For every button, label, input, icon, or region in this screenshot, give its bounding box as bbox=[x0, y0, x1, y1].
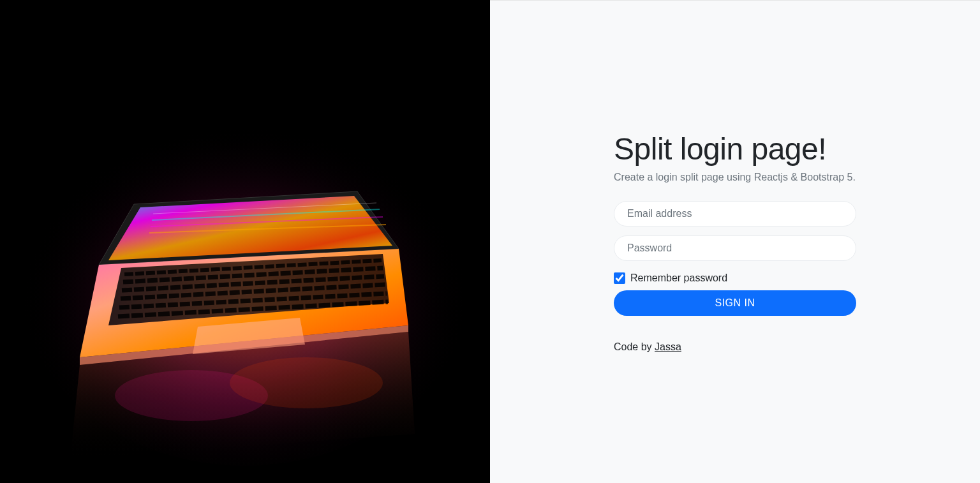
credit-text: Code by Jassa bbox=[614, 341, 856, 353]
remember-row: Remember password bbox=[614, 272, 856, 284]
laptop-image bbox=[0, 0, 490, 483]
credit-prefix: Code by bbox=[614, 341, 655, 352]
remember-label[interactable]: Remember password bbox=[630, 272, 727, 284]
hero-image-panel bbox=[0, 0, 490, 483]
login-panel: Split login page! Create a login split p… bbox=[490, 0, 980, 483]
login-form-container: Split login page! Create a login split p… bbox=[607, 131, 863, 353]
signin-button[interactable]: Sign in bbox=[614, 290, 856, 316]
email-input[interactable] bbox=[614, 201, 856, 227]
remember-checkbox[interactable] bbox=[614, 272, 625, 284]
password-input[interactable] bbox=[614, 235, 856, 261]
login-subtitle: Create a login split page using Reactjs … bbox=[614, 172, 856, 183]
svg-point-20 bbox=[230, 357, 383, 408]
login-title: Split login page! bbox=[614, 131, 856, 167]
credit-author-link[interactable]: Jassa bbox=[655, 341, 681, 352]
